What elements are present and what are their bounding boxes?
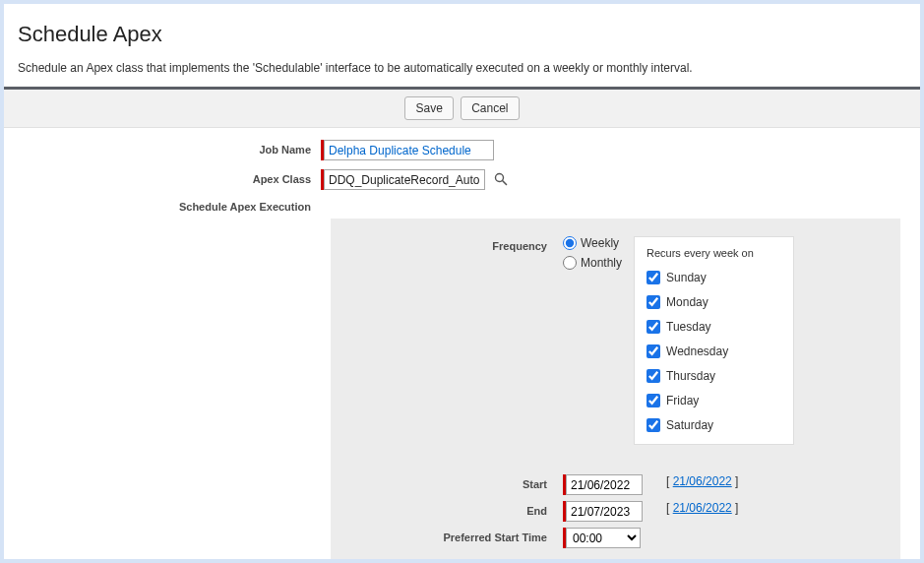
day-saturday-option[interactable]: Saturday — [647, 418, 754, 432]
apex-class-input[interactable] — [324, 169, 485, 190]
apex-class-label: Apex Class — [4, 169, 321, 185]
day-friday-checkbox[interactable] — [647, 394, 660, 407]
button-bar: Save Cancel — [4, 90, 920, 128]
day-tuesday-label: Tuesday — [666, 320, 711, 334]
preferred-start-time-label: Preferred Start Time — [348, 528, 563, 543]
schedule-execution-label: Schedule Apex Execution — [4, 199, 321, 213]
day-thursday-label: Thursday — [666, 369, 715, 383]
page-header: Schedule Apex Schedule an Apex class tha… — [4, 4, 920, 87]
schedule-apex-page: Schedule Apex Schedule an Apex class tha… — [4, 4, 920, 559]
day-monday-checkbox[interactable] — [647, 295, 660, 309]
start-date-hint: [ 21/06/2022 ] — [666, 474, 738, 488]
day-tuesday-checkbox[interactable] — [647, 320, 660, 334]
day-sunday-label: Sunday — [666, 271, 707, 284]
day-sunday-option[interactable]: Sunday — [647, 271, 754, 284]
end-date-input[interactable] — [566, 501, 643, 522]
start-date-link[interactable]: 21/06/2022 — [673, 474, 732, 488]
start-date-label: Start — [348, 474, 563, 490]
day-wednesday-label: Wednesday — [666, 344, 728, 358]
end-date-link[interactable]: 21/06/2022 — [673, 501, 732, 515]
recurs-box: Recurs every week on Sunday Monday Tuesd… — [634, 236, 794, 445]
frequency-label: Frequency — [348, 236, 563, 252]
day-saturday-label: Saturday — [666, 418, 713, 432]
day-wednesday-checkbox[interactable] — [647, 344, 660, 358]
cancel-button[interactable]: Cancel — [461, 96, 519, 120]
start-date-input[interactable] — [566, 474, 643, 495]
day-wednesday-option[interactable]: Wednesday — [647, 344, 754, 358]
frequency-radios: Weekly Monthly — [563, 236, 622, 276]
frequency-monthly-option[interactable]: Monthly — [563, 256, 622, 270]
day-friday-label: Friday — [666, 394, 699, 407]
preferred-start-time-select[interactable]: 00:00 — [566, 528, 641, 548]
recurs-title: Recurs every week on — [647, 247, 754, 259]
lookup-icon[interactable] — [491, 169, 511, 189]
save-button[interactable]: Save — [404, 96, 453, 120]
schedule-panel: Frequency Weekly Monthly Recurs ever — [331, 219, 900, 559]
day-thursday-option[interactable]: Thursday — [647, 369, 754, 383]
day-saturday-checkbox[interactable] — [647, 418, 660, 432]
frequency-weekly-radio[interactable] — [563, 236, 577, 250]
end-date-hint: [ 21/06/2022 ] — [666, 501, 738, 515]
frequency-monthly-label: Monthly — [581, 256, 622, 270]
svg-line-1 — [503, 181, 507, 185]
day-tuesday-option[interactable]: Tuesday — [647, 320, 754, 334]
day-monday-label: Monday — [666, 295, 708, 309]
end-date-label: End — [348, 501, 563, 517]
page-title: Schedule Apex — [18, 22, 906, 47]
day-friday-option[interactable]: Friday — [647, 394, 754, 407]
day-sunday-checkbox[interactable] — [647, 271, 660, 284]
frequency-monthly-radio[interactable] — [563, 256, 577, 270]
frequency-weekly-label: Weekly — [581, 236, 619, 250]
form-area: Job Name Apex Class — [4, 128, 920, 559]
job-name-input[interactable] — [324, 140, 494, 160]
day-thursday-checkbox[interactable] — [647, 369, 660, 383]
frequency-weekly-option[interactable]: Weekly — [563, 236, 622, 250]
job-name-label: Job Name — [4, 140, 321, 156]
day-monday-option[interactable]: Monday — [647, 295, 754, 309]
page-description: Schedule an Apex class that implements t… — [18, 61, 906, 75]
